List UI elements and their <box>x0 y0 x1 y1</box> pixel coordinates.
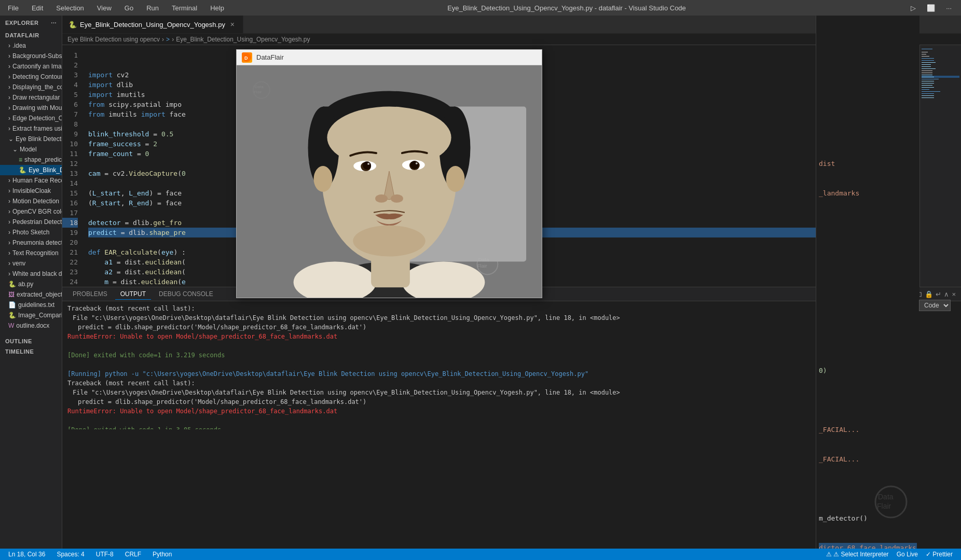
terminal-expand-button[interactable]: ∧ <box>944 290 949 298</box>
sidebar-item-label: Image_Comparison.py <box>18 312 62 319</box>
split-editor-button[interactable]: ⬜ <box>923 4 939 12</box>
sidebar-item-label: Drawing with Mouse ... <box>12 104 62 111</box>
tab-problems[interactable]: PROBLEMS <box>67 289 113 299</box>
folder-icon: › <box>8 187 10 194</box>
menu-help[interactable]: Help <box>208 3 227 13</box>
more-actions-button[interactable]: ··· <box>942 4 956 12</box>
sidebar-item-displaying[interactable]: › Displaying_the_coord... <box>0 82 62 92</box>
sidebar-item-ab[interactable]: 🐍 ab.py <box>0 279 62 289</box>
dataflair-section[interactable]: DATAFLAIR <box>0 30 62 40</box>
face-image-svg: Data Flair Data Flair <box>237 65 542 298</box>
sidebar-item-extract-frames[interactable]: › Extract frames using ... <box>0 123 62 134</box>
sidebar-item-venv[interactable]: › venv <box>0 258 62 269</box>
sidebar-item-outline[interactable]: W outline.docx <box>0 320 62 331</box>
sidebar-item-label: Pedestrian Detection <box>12 218 62 226</box>
sidebar-item-shape-predictor[interactable]: ≡ shape_predictor_6... <box>0 155 62 165</box>
select-interpreter-button[interactable]: ⚠ ⚠ Select Interpreter <box>823 551 891 558</box>
sidebar-item-eye-blink[interactable]: ⌄ Eye Blink Detection u... <box>0 134 62 144</box>
folder-icon: › <box>8 63 10 70</box>
terminal-close-button[interactable]: × <box>952 290 956 298</box>
minimap-content: ▬▬▬▬▬▬▬ ▬▬▬▬ ▬▬▬ ▬▬▬▬▬ ▬▬▬▬▬▬▬▬ ▬▬▬▬▬▬▬▬… <box>920 45 961 287</box>
terminal-wrap-button[interactable]: ↵ <box>936 290 941 298</box>
code-dropdown[interactable]: Code <box>919 300 951 311</box>
sidebar-item-extracted[interactable]: 🖼 extracted_object.jpg <box>0 289 62 300</box>
sidebar-item-image-comparison[interactable]: 🐍 Image_Comparison.py <box>0 310 62 320</box>
folder-icon: › <box>8 73 10 80</box>
file-icon: ≡ <box>19 156 22 163</box>
menu-selection[interactable]: Selection <box>53 3 86 13</box>
sidebar: EXPLORER ··· DATAFLAIR › .idea › Backgro… <box>0 16 62 549</box>
file-icon: W <box>8 322 14 329</box>
sidebar-item-human-face[interactable]: › Human Face Recogni... <box>0 175 62 186</box>
sidebar-item-label: InvisibleCloak <box>12 187 51 194</box>
file-icon: 🖼 <box>8 291 15 298</box>
breadcrumb-sep1: › <box>162 36 164 43</box>
sidebar-item-label: Model <box>20 146 37 153</box>
svg-text:Data: Data <box>478 257 489 262</box>
tab-debug-console[interactable]: DEBUG CONSOLE <box>154 289 218 299</box>
status-position[interactable]: Ln 18, Col 36 <box>5 551 48 558</box>
sidebar-item-label: White and black dot ... <box>12 270 62 277</box>
status-line-ending[interactable]: CRLF <box>122 551 144 558</box>
sidebar-item-pneumonia[interactable]: › Pneumonia detection <box>0 237 62 248</box>
sidebar-item-motion-detection[interactable]: › Motion Detection <box>0 196 62 206</box>
svg-point-27 <box>446 166 465 192</box>
explorer-label: EXPLORER <box>5 20 39 26</box>
status-language[interactable]: Python <box>149 551 175 558</box>
sidebar-item-label: Displaying_the_coord... <box>12 83 62 91</box>
tab-output[interactable]: OUTPUT <box>115 289 151 300</box>
folder-expanded-icon: ⌄ <box>12 146 18 153</box>
sidebar-item-photo-sketch[interactable]: › Photo Sketch <box>0 227 62 237</box>
sidebar-item-invisible-cloak[interactable]: › InvisibleCloak <box>0 186 62 196</box>
sidebar-item-opencv-bgr[interactable]: › OpenCV BGR color p... <box>0 206 62 217</box>
svg-text:Flair: Flair <box>477 263 487 269</box>
dataflair-titlebar[interactable]: D DataFlair <box>237 50 542 65</box>
run-button[interactable]: ▷ <box>907 4 920 12</box>
sidebar-item-text-recognition[interactable]: › Text Recognition <box>0 248 62 258</box>
sidebar-item-label: Extract frames using ... <box>12 125 62 132</box>
menu-edit[interactable]: Edit <box>29 3 46 13</box>
status-encoding[interactable]: UTF-8 <box>93 551 117 558</box>
active-tab[interactable]: 🐍 Eye_Blink_Detection_Using_Opencv_Yoges… <box>62 16 243 33</box>
menu-view[interactable]: View <box>94 3 114 13</box>
sidebar-item-label: extracted_object.jpg <box>17 291 62 298</box>
status-spaces[interactable]: Spaces: 4 <box>53 551 87 558</box>
sidebar-header: EXPLORER ··· <box>0 16 62 30</box>
sidebar-item-background[interactable]: › Background-Substr... <box>0 51 62 61</box>
terminal-lock-button[interactable]: 🔒 <box>925 290 933 298</box>
sidebar-item-model[interactable]: ⌄ Model <box>0 144 62 155</box>
tab-label: Eye_Blink_Detection_Using_Opencv_Yogesh.… <box>80 21 225 29</box>
tab-close-button[interactable]: × <box>228 20 237 29</box>
sidebar-item-draw-rect[interactable]: › Draw rectangular sha... <box>0 92 62 103</box>
menu-run[interactable]: Run <box>144 3 161 13</box>
breadcrumb-part1: Eye Blink Detection using opencv <box>67 36 160 43</box>
sidebar-item-edge-detection[interactable]: › Edge Detection_Openc <box>0 113 62 123</box>
sidebar-item-cartoonify[interactable]: › Cartoonify an Image ... <box>0 61 62 72</box>
breadcrumb-part2: > <box>166 36 170 43</box>
menu-file[interactable]: File <box>5 3 21 13</box>
sidebar-item-label: Cartoonify an Image ... <box>12 63 62 70</box>
sidebar-item-white-black[interactable]: › White and black dot ... <box>0 269 62 279</box>
sidebar-item-eye-blink-file[interactable]: 🐍 Eye_Blink_Detection... <box>0 165 62 175</box>
sidebar-item-guidelines[interactable]: 📄 guidelines.txt <box>0 300 62 310</box>
sidebar-item-label: Draw rectangular sha... <box>12 94 62 101</box>
folder-icon: › <box>8 115 10 122</box>
go-live-button[interactable]: Go Live <box>894 551 921 558</box>
folder-icon: › <box>8 208 10 215</box>
window-title: Eye_Blink_Detection_Using_Opencv_Yogesh.… <box>237 4 896 12</box>
sidebar-item-label: Eye Blink Detection u... <box>16 135 62 143</box>
menu-go[interactable]: Go <box>122 3 136 13</box>
menu-terminal[interactable]: Terminal <box>169 3 200 13</box>
sidebar-item-label: OpenCV BGR color p... <box>12 208 62 215</box>
prettier-button[interactable]: ✓ Prettier <box>923 551 956 558</box>
svg-point-24 <box>391 194 403 203</box>
python-tab-icon: 🐍 <box>68 21 77 29</box>
file-icon: 📄 <box>8 301 16 309</box>
sidebar-item-label: Text Recognition <box>12 249 59 257</box>
minimap: ▬▬▬▬▬▬▬ ▬▬▬▬ ▬▬▬ ▬▬▬▬▬ ▬▬▬▬▬▬▬▬ ▬▬▬▬▬▬▬▬… <box>919 45 961 287</box>
sidebar-item-idea[interactable]: › .idea <box>0 40 62 51</box>
sidebar-item-detecting-contours[interactable]: › Detecting Contours <box>0 72 62 82</box>
sidebar-item-drawing-mouse[interactable]: › Drawing with Mouse ... <box>0 103 62 113</box>
sidebar-dots[interactable]: ··· <box>51 20 57 26</box>
sidebar-item-pedestrian[interactable]: › Pedestrian Detection <box>0 217 62 227</box>
